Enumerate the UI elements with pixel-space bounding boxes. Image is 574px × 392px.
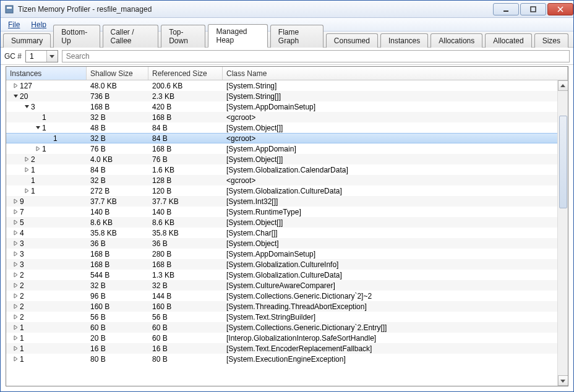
table-row[interactable]: 176 B168 B[System.AppDomain] <box>6 143 568 154</box>
table-row[interactable]: 58.6 KB8.6 KB[System.Object[]] <box>6 217 568 228</box>
menu-file[interactable]: File <box>3 19 25 30</box>
expand-icon[interactable] <box>12 262 19 268</box>
scroll-thumb[interactable] <box>559 116 567 208</box>
window-title: Tizen Memory Profiler - resfile_managed <box>18 5 492 14</box>
expand-icon[interactable] <box>12 198 19 205</box>
expand-icon[interactable] <box>24 188 30 194</box>
table-row[interactable]: 120 B60 B[Interop.GlobalizationInterop.S… <box>6 333 568 343</box>
table-row[interactable]: 336 B36 B[System.Object] <box>6 238 568 249</box>
table-row[interactable]: 184 B1.6 KB[System.Globalization.Calenda… <box>6 164 568 175</box>
expand-icon[interactable] <box>12 325 19 331</box>
tab-allocations[interactable]: Allocations <box>430 33 482 48</box>
close-button[interactable] <box>547 3 573 15</box>
svg-marker-29 <box>14 346 17 351</box>
header-shallow[interactable]: Shallow Size <box>87 67 148 80</box>
expand-icon[interactable] <box>12 251 19 257</box>
menu-help[interactable]: Help <box>26 19 51 30</box>
scroll-track[interactable] <box>558 91 568 375</box>
table-row[interactable]: 1272 B120 B[System.Globalization.Culture… <box>6 185 568 196</box>
instance-count: 1 <box>20 334 24 343</box>
table-row[interactable]: 132 B128 B<gcroot> <box>6 175 568 185</box>
header-instances[interactable]: Instances <box>6 67 87 80</box>
table-row[interactable]: 12748.0 KB200.6 KB[System.String] <box>6 80 568 91</box>
table-row[interactable]: 256 B56 B[System.Text.StringBuilder] <box>6 312 568 322</box>
expand-icon[interactable] <box>12 230 19 236</box>
maximize-button[interactable] <box>520 3 546 15</box>
collapse-icon[interactable] <box>24 104 30 110</box>
table-row[interactable]: 937.7 KB37.7 KB[System.Int32[]] <box>6 196 568 207</box>
svg-marker-20 <box>14 252 17 256</box>
table-row[interactable]: 232 B32 B[System.CultureAwareComparer] <box>6 280 568 291</box>
expand-icon[interactable] <box>12 83 19 89</box>
expand-icon[interactable] <box>12 219 19 226</box>
scroll-up-button[interactable] <box>558 80 568 91</box>
table-row[interactable]: 3168 B420 B[System.AppDomainSetup] <box>6 101 568 112</box>
referenced-size: 200.6 KB <box>148 82 223 90</box>
tab-flame-graph[interactable]: Flame Graph <box>270 25 323 48</box>
expand-icon[interactable] <box>12 304 19 310</box>
table-row[interactable]: 180 B80 B[System.ExecutionEngineExceptio… <box>6 354 568 364</box>
expand-icon[interactable] <box>12 209 19 215</box>
table-row[interactable]: 132 B168 B<gcroot> <box>6 112 568 122</box>
titlebar[interactable]: Tizen Memory Profiler - resfile_managed <box>1 1 573 18</box>
header-class[interactable]: Class Name <box>223 67 568 80</box>
expand-icon[interactable] <box>12 283 19 289</box>
svg-marker-12 <box>25 157 28 161</box>
table-row[interactable]: 148 B84 B[System.Object[]] <box>6 122 568 133</box>
shallow-size: 168 B <box>87 260 148 269</box>
vertical-scrollbar[interactable] <box>557 80 568 386</box>
tab-allocated[interactable]: Allocated <box>485 33 531 48</box>
expand-icon[interactable] <box>24 156 30 163</box>
referenced-size: 160 B <box>148 302 223 311</box>
scroll-down-button[interactable] <box>558 375 568 386</box>
tree-spacer <box>46 135 52 142</box>
expand-icon[interactable] <box>12 356 19 362</box>
referenced-size: 2.3 KB <box>148 92 223 101</box>
expand-icon[interactable] <box>12 335 19 341</box>
expand-icon[interactable] <box>12 346 19 352</box>
tab-consumed[interactable]: Consumed <box>326 33 378 48</box>
expand-icon[interactable] <box>12 314 19 320</box>
svg-marker-31 <box>560 84 565 87</box>
table-row[interactable]: 116 B16 B[System.Text.EncoderReplacement… <box>6 343 568 354</box>
table-row[interactable]: 2160 B160 B[System.Threading.ThreadAbort… <box>6 301 568 312</box>
shallow-size: 168 B <box>87 103 148 111</box>
table-row[interactable]: 20736 B2.3 KB[System.String[]] <box>6 91 568 101</box>
tab-instances[interactable]: Instances <box>380 33 428 48</box>
svg-rect-3 <box>531 7 536 12</box>
svg-marker-16 <box>14 210 17 214</box>
instance-count: 2 <box>31 155 35 164</box>
table-row[interactable]: 24.0 KB76 B[System.Object[]] <box>6 154 568 164</box>
table-row[interactable]: 3168 B168 B[System.Globalization.Culture… <box>6 259 568 270</box>
gc-select[interactable]: 1 <box>25 50 58 62</box>
tab-managed-heap[interactable]: Managed Heap <box>208 24 267 48</box>
table-row[interactable]: 435.8 KB35.8 KB[System.Char[]] <box>6 228 568 238</box>
tab-summary[interactable]: Summary <box>3 33 51 48</box>
gc-value: 1 <box>26 52 46 61</box>
instance-count: 1 <box>31 187 35 195</box>
tab-caller-callee[interactable]: Caller / Callee <box>103 25 159 48</box>
tab-top-down[interactable]: Top-Down <box>161 25 205 48</box>
expand-icon[interactable] <box>12 272 19 278</box>
table-row[interactable]: 132 B84 B<gcroot> <box>6 133 568 143</box>
minimize-button[interactable] <box>493 3 519 15</box>
expand-icon[interactable] <box>12 293 19 299</box>
search-input[interactable] <box>62 50 570 62</box>
collapse-icon[interactable] <box>35 125 41 131</box>
class-name: <gcroot> <box>223 176 568 185</box>
tab-sizes[interactable]: Sizes <box>534 33 568 48</box>
tab-bottom-up[interactable]: Bottom-Up <box>53 25 100 48</box>
expand-icon[interactable] <box>35 146 41 152</box>
expand-icon[interactable] <box>24 167 30 173</box>
expand-icon[interactable] <box>12 241 19 247</box>
table-row[interactable]: 160 B60 B[System.Collections.Generic.Dic… <box>6 322 568 333</box>
instance-count: 1 <box>53 134 58 143</box>
collapse-icon[interactable] <box>12 93 19 100</box>
table-row[interactable]: 7140 B140 B[System.RuntimeType] <box>6 207 568 217</box>
table-row[interactable]: 3168 B280 B[System.AppDomainSetup] <box>6 249 568 259</box>
shallow-size: 272 B <box>87 187 148 195</box>
table-row[interactable]: 2544 B1.3 KB[System.Globalization.Cultur… <box>6 270 568 280</box>
header-referenced[interactable]: Referenced Size <box>148 67 223 80</box>
table-row[interactable]: 296 B144 B[System.Collections.Generic.Di… <box>6 291 568 301</box>
shallow-size: 32 B <box>87 176 148 185</box>
